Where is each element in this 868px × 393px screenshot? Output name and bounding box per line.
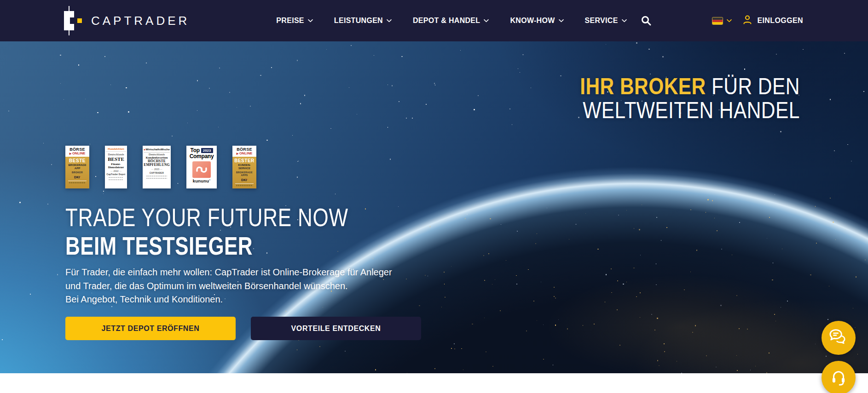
badge-subject: Finanz-	[106, 162, 126, 165]
german-flag-icon	[712, 17, 723, 24]
hero-section: IHR BROKER FÜR DEN WELTWEITEN HANDEL BÖR…	[0, 41, 868, 373]
nav-item-label: DEPOT & HANDEL	[413, 17, 480, 25]
badge-boerse-online-app: BÖRSE ONLINE BESTE BROKERAGE APP BROKER …	[65, 146, 89, 188]
badge-award: EMPFEHLUNG	[144, 163, 170, 167]
search-icon[interactable]	[641, 15, 652, 26]
nav-item-preise[interactable]: PREISE	[276, 17, 313, 25]
badge-subject: BROKERAGE APP	[65, 164, 89, 170]
badge-region: Deutschlands	[144, 153, 170, 156]
headline-rest: FÜR DEN	[706, 74, 800, 99]
badge-publisher: BÖRSE ONLINE	[232, 146, 256, 157]
login-label: EINLOGGEN	[757, 17, 803, 25]
badge-subject: KUNDEN- SERVICE	[232, 164, 256, 170]
badge-kununu-top-company: Top 2023 Company kununu®	[186, 146, 217, 188]
badge-brand-text: kununu	[193, 178, 209, 183]
chevron-down-icon	[727, 19, 732, 23]
hero-title-line1: TRADE YOUR FUTURE NOW	[65, 204, 348, 231]
badge-body: BESTER KUNDEN- SERVICE BROKERAGE APPS DK…	[232, 157, 256, 188]
chevron-down-icon	[484, 19, 489, 23]
hero-headline-right: IHR BROKER FÜR DEN WELTWEITEN HANDEL	[580, 74, 800, 122]
nav-item-label: KNOW-HOW	[510, 17, 555, 25]
badge-award: BESTER	[232, 158, 256, 164]
headline-highlight: IHR BROKER	[580, 74, 706, 99]
badge-publisher-bottom: ONLINE	[232, 152, 256, 156]
nav-item-leistungen[interactable]: LEISTUNGEN	[334, 17, 392, 25]
badge-org: DKI	[65, 176, 89, 179]
headset-icon	[829, 368, 848, 388]
language-selector[interactable]	[712, 17, 732, 24]
badge-region: Deutschlands	[106, 153, 126, 156]
badge-subject: Dienstleister	[106, 165, 126, 169]
user-icon	[742, 14, 753, 27]
nav-item-service[interactable]: SERVICE	[585, 17, 627, 25]
badge-publisher: BÖRSE ONLINE	[65, 146, 89, 157]
support-button[interactable]	[822, 361, 856, 393]
badge-publisher-bottom: ONLINE	[65, 152, 89, 156]
nav-item-depot-handel[interactable]: DEPOT & HANDEL	[413, 17, 489, 25]
captrader-logo-icon	[64, 6, 85, 35]
hero-paragraph: Für Trader, die einfach mehr wollen: Cap…	[65, 266, 392, 307]
brand-name: CAPTRADER	[91, 14, 190, 28]
chevron-down-icon	[622, 19, 627, 23]
kununu-logo-icon	[192, 161, 211, 178]
badge-year: 2023	[201, 148, 213, 153]
speech-bubbles-icon	[828, 328, 849, 348]
badge-wirtschaftswoche: WirtschaftsWoche Deutschlands Kundenfavo…	[143, 146, 171, 188]
chat-button[interactable]	[822, 321, 856, 355]
paragraph-line: und Trader, die das Optimum im weltweite…	[65, 279, 392, 293]
badge-year: 2022	[106, 170, 126, 173]
login-link[interactable]: EINLOGGEN	[742, 14, 803, 27]
nav-right-group: EINLOGGEN	[712, 14, 803, 27]
discover-advantages-button[interactable]: VORTEILE ENTDECKEN	[251, 317, 421, 340]
hero-title-line2: BEIM TESTSIEGER	[65, 233, 253, 259]
nav-item-label: SERVICE	[585, 17, 618, 25]
paragraph-line: Bei Angebot, Technik und Konditionen.	[65, 293, 392, 307]
headline-line2: WELTWEITEN HANDEL	[580, 98, 800, 122]
award-badges: BÖRSE ONLINE BESTE BROKERAGE APP BROKER …	[65, 146, 256, 188]
badge-brand: kununu®	[188, 179, 215, 184]
badge-org: DKI	[232, 178, 256, 182]
chevron-down-icon	[308, 19, 313, 23]
paragraph-line: Für Trader, die einfach mehr wollen: Cap…	[65, 266, 392, 279]
badge-recipient: CAPTRADER	[144, 172, 170, 174]
badge-title: Company	[188, 154, 215, 160]
headline-line1: IHR BROKER FÜR DEN	[580, 74, 800, 98]
main-menu: PREISE LEISTUNGEN DEPOT & HANDEL KNOW-HO…	[276, 17, 626, 25]
badge-category: BROKER	[65, 171, 89, 174]
open-depot-button[interactable]: JETZT DEPOT ERÖFFNEN	[65, 317, 236, 340]
badge-boerse-online-service: BÖRSE ONLINE BESTER KUNDEN- SERVICE BROK…	[232, 146, 256, 188]
brand-logo[interactable]: CAPTRADER	[64, 6, 190, 35]
badge-year: 2023	[144, 168, 170, 171]
nav-item-label: LEISTUNGEN	[334, 17, 383, 25]
badge-award: BESTE	[65, 158, 89, 164]
next-section-strip	[0, 373, 868, 393]
badge-category: BROKERAGE APPS	[232, 171, 256, 177]
chevron-down-icon	[387, 19, 392, 23]
cta-row: JETZT DEPOT ERÖFFNEN VORTEILE ENTDECKEN	[65, 317, 421, 340]
badge-body: BESTE BROKERAGE APP BROKER DKI	[65, 157, 89, 188]
top-nav: CAPTRADER PREISE LEISTUNGEN DEPOT & HAND…	[0, 0, 868, 41]
nav-item-know-how[interactable]: KNOW-HOW	[510, 17, 563, 25]
badge-recipient: CapTrader Depot	[106, 173, 126, 176]
nav-item-label: PREISE	[276, 17, 304, 25]
chevron-down-icon	[559, 19, 564, 23]
badge-award: BESTE	[106, 156, 126, 162]
badge-publisher: WirtschaftsWoche	[144, 147, 170, 153]
badge-handelsblatt: Handelsblatt Deutschlands BESTE Finanz- …	[105, 146, 127, 188]
badge-publisher: Handelsblatt	[106, 147, 126, 152]
